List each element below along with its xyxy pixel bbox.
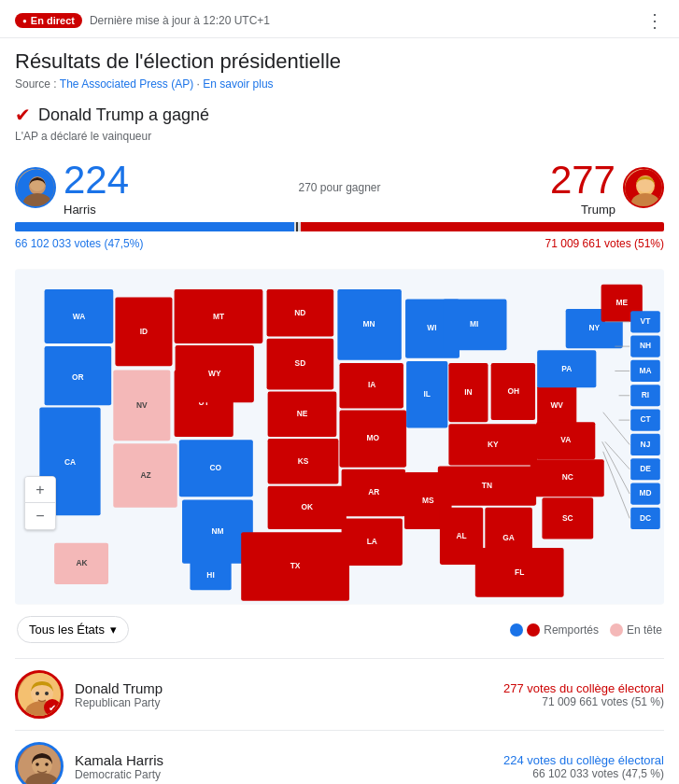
neutral-bar — [294, 222, 301, 231]
winner-check-icon: ✔ — [15, 104, 31, 126]
svg-rect-43 — [337, 289, 401, 360]
svg-rect-9 — [45, 289, 114, 343]
score-section: 224 Harris 270 pour gagner 277 Trump — [15, 158, 664, 217]
zoom-controls: + − — [24, 476, 56, 530]
svg-rect-19 — [113, 443, 177, 507]
legend-pink-dot — [610, 623, 623, 637]
top-bar: En direct Dernière mise à jour à 12:20 U… — [0, 0, 679, 38]
svg-rect-103 — [630, 434, 660, 455]
live-indicator: En direct — [15, 13, 82, 28]
svg-rect-65 — [448, 424, 537, 465]
svg-rect-95 — [630, 336, 660, 357]
legend-won-label: Remportés — [544, 623, 599, 637]
harris-votes: 66 102 033 votes (47,5%) — [15, 237, 143, 250]
svg-rect-15 — [115, 297, 172, 366]
svg-rect-23 — [175, 289, 263, 343]
harris-avatar-lg — [15, 742, 64, 784]
svg-rect-11 — [45, 346, 112, 405]
harris-candidate-row: Kamala Harris Democratic Party 224 votes… — [15, 730, 664, 784]
svg-rect-99 — [630, 385, 660, 406]
svg-rect-49 — [342, 469, 405, 517]
last-update-text: Dernière mise à jour à 12:20 UTC+1 — [90, 14, 270, 27]
svg-rect-109 — [630, 508, 660, 529]
source-line: Source : The Associated Press (AP) · En … — [15, 77, 664, 91]
svg-rect-17 — [113, 370, 170, 441]
chevron-down-icon: ▾ — [110, 623, 117, 637]
harris-bar — [15, 222, 294, 231]
harris-label: Harris — [64, 203, 129, 217]
more-options-icon[interactable]: ⋮ — [645, 9, 664, 32]
harris-score-section: 224 Harris — [15, 158, 129, 217]
trump-avatar — [623, 167, 664, 208]
harris-results: 224 votes du collège électoral 66 102 03… — [503, 753, 664, 780]
threshold-label: 270 pour gagner — [298, 181, 380, 194]
svg-point-124 — [45, 692, 49, 695]
svg-rect-61 — [448, 363, 488, 422]
state-filter-button[interactable]: Tous les États ▾ — [17, 616, 129, 643]
svg-point-123 — [35, 692, 39, 695]
svg-rect-33 — [267, 339, 334, 390]
legend-won: Remportés — [510, 623, 599, 637]
svg-rect-93 — [630, 311, 660, 332]
harris-name: Kamala Harris — [75, 752, 503, 768]
svg-rect-25 — [176, 345, 254, 402]
svg-rect-47 — [340, 411, 407, 468]
legend-red-dot — [527, 623, 540, 637]
svg-rect-27 — [179, 440, 253, 497]
trump-info: Donald Trump Republican Party — [75, 680, 503, 709]
winner-banner: ✔ Donald Trump a gagné — [15, 104, 664, 126]
trump-results: 277 votes du collège électoral 71 009 66… — [503, 681, 664, 708]
harris-party: Democratic Party — [75, 768, 503, 781]
svg-rect-89 — [54, 543, 108, 584]
svg-rect-41 — [241, 532, 349, 601]
zoom-in-button[interactable]: + — [25, 477, 55, 503]
svg-rect-59 — [443, 300, 506, 351]
svg-rect-31 — [267, 289, 334, 337]
trump-electoral-votes: 277 votes du collège électoral — [503, 681, 664, 695]
winner-sub: L'AP a déclaré le vainqueur — [15, 130, 664, 143]
harris-score-group: 224 Harris — [64, 158, 129, 217]
legend-leading: En tête — [610, 623, 662, 637]
svg-rect-75 — [537, 385, 576, 425]
svg-rect-79 — [530, 459, 604, 497]
svg-rect-67 — [438, 467, 536, 506]
svg-rect-107 — [630, 483, 660, 504]
source-prefix: Source : — [15, 77, 60, 91]
harris-electoral-score: 224 — [64, 158, 129, 203]
trump-bar — [301, 222, 664, 231]
page-title: Résultats de l'élection présidentielle — [15, 49, 664, 74]
zoom-out-button[interactable]: − — [25, 503, 55, 529]
svg-rect-77 — [536, 422, 595, 459]
source-ap-link[interactable]: The Associated Press (AP) — [60, 77, 193, 91]
trump-winner-badge: ✔ — [44, 699, 61, 716]
legend-leading-label: En tête — [627, 623, 662, 637]
svg-rect-101 — [630, 410, 660, 431]
trump-label: Trump — [550, 203, 615, 217]
svg-rect-97 — [630, 360, 660, 382]
harris-popular-votes: 66 102 033 votes (47,5 %) — [503, 767, 664, 780]
trump-popular-votes: 71 009 661 votes (51 %) — [503, 695, 664, 708]
svg-rect-51 — [342, 518, 403, 566]
harris-electoral-votes: 224 votes du collège électoral — [503, 753, 664, 767]
trump-votes: 71 009 661 votes (51%) — [545, 237, 664, 250]
map-legend: Remportés En tête — [510, 623, 662, 637]
source-more-link[interactable]: En savoir plus — [203, 77, 273, 91]
harris-avatar — [15, 167, 56, 208]
svg-rect-63 — [491, 363, 535, 420]
electoral-progress-bar — [15, 222, 664, 231]
svg-rect-105 — [630, 458, 660, 480]
svg-rect-73 — [475, 548, 564, 597]
svg-rect-37 — [268, 439, 339, 483]
svg-rect-55 — [406, 361, 447, 428]
filter-legend-row: Tous les États ▾ Remportés En tête — [15, 616, 664, 643]
svg-rect-45 — [340, 363, 403, 408]
svg-rect-83 — [537, 350, 596, 387]
votes-line: 66 102 033 votes (47,5%) 71 009 661 vote… — [15, 237, 664, 250]
trump-avatar-lg: ✔ — [15, 670, 64, 719]
trump-electoral-score: 277 — [550, 158, 615, 203]
trump-party: Republican Party — [75, 696, 503, 709]
svg-rect-91 — [190, 561, 231, 591]
legend-blue-dot — [510, 623, 523, 637]
main-content: Résultats de l'élection présidentielle S… — [0, 38, 679, 784]
us-map-svg: WA OR CA ID NV AZ UT MT WY — [15, 269, 664, 605]
